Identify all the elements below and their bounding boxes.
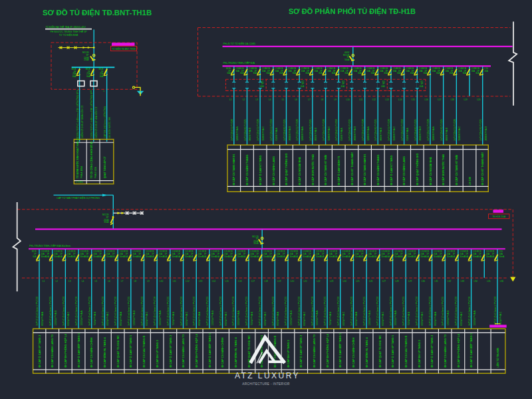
svg-text:6kA: 6kA <box>150 255 154 258</box>
svg-text:750W PHA B: 750W PHA B <box>251 311 253 326</box>
svg-text:16A: 16A <box>458 70 462 72</box>
svg-text:6kA: 6kA <box>399 255 402 258</box>
svg-text:L4: L4 <box>269 98 271 101</box>
svg-text:ATZ LUXURY: ATZ LUXURY <box>235 371 300 380</box>
svg-text:6kA: 6kA <box>85 255 88 258</box>
svg-text:6kA: 6kA <box>242 255 245 258</box>
svg-text:ĐI CẤP CS NGOÀI NHÀ: ĐI CẤP CS NGOÀI NHÀ <box>298 157 301 186</box>
svg-text:3xPVC (1x1.5mm²)/ PVC16: 3xPVC (1x1.5mm²)/ PVC16 <box>232 297 235 326</box>
svg-text:6kA: 6kA <box>478 255 481 258</box>
svg-text:ĐI CẤP CS SẢNH CHÍNH: ĐI CẤP CS SẢNH CHÍNH <box>352 337 355 367</box>
svg-text:ĐI CẤP Ổ CẮM VP TẦNG 2: ĐI CẤP Ổ CẮM VP TẦNG 2 <box>38 334 41 368</box>
svg-text:650W PHA A: 650W PHA A <box>275 127 278 140</box>
svg-text:L29: L29 <box>408 280 412 283</box>
svg-text:6kA: 6kA <box>397 72 401 74</box>
svg-text:ĐI CẤP Ổ CẮM VP TẦNG 5: ĐI CẤP Ổ CẮM VP TẦNG 5 <box>391 334 394 368</box>
svg-text:16A: 16A <box>340 70 344 72</box>
svg-text:3xPVC (1x1.5mm²)/ PVC16: 3xPVC (1x1.5mm²)/ PVC16 <box>468 297 471 326</box>
svg-text:ĐK BƠM NƯỚC SH: ĐK BƠM NƯỚC SH <box>108 117 111 138</box>
svg-text:L10: L10 <box>346 98 350 101</box>
svg-text:ĐI CẤP Ổ CẮM BẾP TẦNG 1: ĐI CẤP Ổ CẮM BẾP TẦNG 1 <box>208 332 211 367</box>
svg-text:900W PHA C: 900W PHA C <box>342 311 345 326</box>
svg-text:L26: L26 <box>369 280 373 283</box>
svg-text:6kA: 6kA <box>124 255 128 258</box>
svg-text:40A: 40A <box>381 85 384 88</box>
svg-text:6kA: 6kA <box>295 255 298 258</box>
svg-text:L13: L13 <box>199 280 203 283</box>
svg-text:ĐI CẤP ĐH VP TẦNG 3: ĐI CẤP ĐH VP TẦNG 3 <box>418 339 421 367</box>
svg-text:800W PHA A: 800W PHA A <box>198 311 201 325</box>
svg-text:900W PHA C: 900W PHA C <box>106 311 109 326</box>
svg-text:PH+TRUNG TÍNH+TIẾP ĐỊA: PH+TRUNG TÍNH+TIẾP ĐỊA <box>223 61 255 65</box>
svg-text:3xPVC (1x4.0mm²)/ PVC25: 3xPVC (1x4.0mm²)/ PVC25 <box>402 297 405 326</box>
svg-text:16A: 16A <box>354 70 358 72</box>
svg-text:L3: L3 <box>255 98 258 101</box>
svg-text:6kA: 6kA <box>293 72 297 74</box>
svg-text:16A: 16A <box>380 70 384 72</box>
svg-text:L1: L1 <box>229 98 232 101</box>
svg-text:3xPVC (1x2.5mm²)/ PVC20: 3xPVC (1x2.5mm²)/ PVC20 <box>337 297 340 326</box>
svg-text:6kA: 6kA <box>465 255 468 258</box>
svg-text:3xPVC (1x4.0mm²)/ PVC25: 3xPVC (1x4.0mm²)/ PVC25 <box>363 297 366 326</box>
svg-text:6kA: 6kA <box>426 255 429 258</box>
svg-text:LÊN TỦ TĐ-H2B: LÊN TỦ TĐ-H2B <box>496 348 499 368</box>
svg-text:1200W PHA A: 1200W PHA A <box>301 126 304 141</box>
svg-text:PH+N TỪ TỦ ĐIỆN 1A-CDB5: PH+N TỪ TỦ ĐIỆN 1A-CDB5 <box>223 42 256 45</box>
svg-text:3xPVC (1x2.5mm²)/ PVC20: 3xPVC (1x2.5mm²)/ PVC20 <box>416 297 418 326</box>
svg-text:ĐI CẤP Ổ CẮM VP TẦNG 2: ĐI CẤP Ổ CẮM VP TẦNG 2 <box>430 334 434 368</box>
svg-text:CU/XLPE/PVC 4x16mm²+E16 LUỒN Ố: CU/XLPE/PVC 4x16mm²+E16 LUỒN ỐNG SP <box>76 91 79 138</box>
svg-text:L1: L1 <box>43 280 45 283</box>
svg-text:1000W PHA A: 1000W PHA A <box>159 310 162 325</box>
svg-text:750W PHA B: 750W PHA B <box>172 311 175 326</box>
svg-text:L36: L36 <box>500 280 504 283</box>
svg-text:1000W PHA A: 1000W PHA A <box>316 310 319 325</box>
svg-text:PH+TRUNG TÍNH+TIẾP ĐỊA 30x3mm: PH+TRUNG TÍNH+TIẾP ĐỊA 30x3mm <box>29 244 70 247</box>
svg-text:3xPVC (1x4.0mm²)/ PVC25: 3xPVC (1x4.0mm²)/ PVC25 <box>442 297 444 326</box>
svg-text:6kA: 6kA <box>463 72 467 74</box>
svg-text:3xPVC(1x2.5) PVC20: 3xPVC(1x2.5) PVC20 <box>427 119 430 140</box>
svg-text:6kA: 6kA <box>386 255 390 258</box>
svg-text:ĐI CẤP CS TẦNG HẦM B1: ĐI CẤP CS TẦNG HẦM B1 <box>363 154 366 186</box>
svg-text:ĐI CẤP CS HÀNH LANG T3: ĐI CẤP CS HÀNH LANG T3 <box>182 334 185 367</box>
svg-text:L17: L17 <box>438 98 442 101</box>
svg-text:16A: 16A <box>235 70 239 72</box>
svg-text:6kA: 6kA <box>111 255 114 258</box>
svg-text:ĐI CẤP CS TẦNG HẦM B1: ĐI CẤP CS TẦNG HẦM B1 <box>233 154 236 186</box>
svg-text:2000W PHA B: 2000W PHA B <box>289 126 291 140</box>
svg-text:3xPVC (1x2.5mm²)/ PVC20: 3xPVC (1x2.5mm²)/ PVC20 <box>376 297 379 326</box>
svg-text:3xPVC (1x2.5mm²)/ PVC20: 3xPVC (1x2.5mm²)/ PVC20 <box>429 297 432 326</box>
svg-text:L19: L19 <box>464 98 468 101</box>
svg-text:40A: 40A <box>341 85 344 88</box>
svg-text:3xPVC(1x4.0) PVC25: 3xPVC(1x4.0) PVC25 <box>479 119 482 140</box>
svg-text:3xPVC (1x2.5mm²)/ PVC20: 3xPVC (1x2.5mm²)/ PVC20 <box>350 297 353 326</box>
svg-text:6kA: 6kA <box>255 255 259 258</box>
svg-text:LH 100: LH 100 <box>469 177 471 186</box>
svg-text:1500W PHA C: 1500W PHA C <box>328 126 331 140</box>
svg-text:ĐI CẤP CS SẢNH CHÍNH: ĐI CẤP CS SẢNH CHÍNH <box>221 337 224 367</box>
svg-text:L28: L28 <box>395 280 399 283</box>
svg-text:L7: L7 <box>121 280 124 283</box>
svg-text:TĐ-H1B 250A: TĐ-H1B 250A <box>492 215 506 218</box>
svg-text:600W PHA C: 600W PHA C <box>382 311 384 326</box>
svg-text:3xPVC (1x4.0mm²)/ PVC25: 3xPVC (1x4.0mm²)/ PVC25 <box>88 297 91 326</box>
svg-text:6kA: 6kA <box>438 255 442 258</box>
svg-text:6kA: 6kA <box>373 255 376 258</box>
svg-text:40A: 40A <box>420 85 423 88</box>
svg-text:6kA: 6kA <box>100 75 104 78</box>
svg-text:800W PHA B: 800W PHA B <box>249 127 251 140</box>
svg-text:ĐI CẤP QUẠT TG KHU WC: ĐI CẤP QUẠT TG KHU WC <box>116 335 120 368</box>
svg-text:6kA: 6kA <box>59 255 63 258</box>
svg-text:ĐI CẤP CS SẢNH CHÍNH: ĐI CẤP CS SẢNH CHÍNH <box>90 337 93 367</box>
svg-text:L34: L34 <box>473 280 477 283</box>
svg-text:3xPVC(1x1.5) PVC16: 3xPVC(1x1.5) PVC16 <box>335 119 338 140</box>
svg-text:900W PHA C: 900W PHA C <box>421 311 424 326</box>
svg-text:6kA: 6kA <box>164 255 167 258</box>
svg-text:ĐI CẤP Ổ CẮM BẾP TẦNG 1: ĐI CẤP Ổ CẮM BẾP TẦNG 1 <box>77 332 80 367</box>
svg-text:6kA: 6kA <box>424 72 428 74</box>
svg-text:6kA: 6kA <box>319 72 323 74</box>
svg-text:6kA: 6kA <box>308 255 311 258</box>
svg-text:6kA: 6kA <box>475 72 479 74</box>
svg-text:PHA A 100A: PHA A 100A <box>80 166 83 178</box>
svg-text:3xPVC(1x2.5) PVC20: 3xPVC(1x2.5) PVC20 <box>454 119 456 140</box>
svg-text:L14: L14 <box>398 98 402 101</box>
